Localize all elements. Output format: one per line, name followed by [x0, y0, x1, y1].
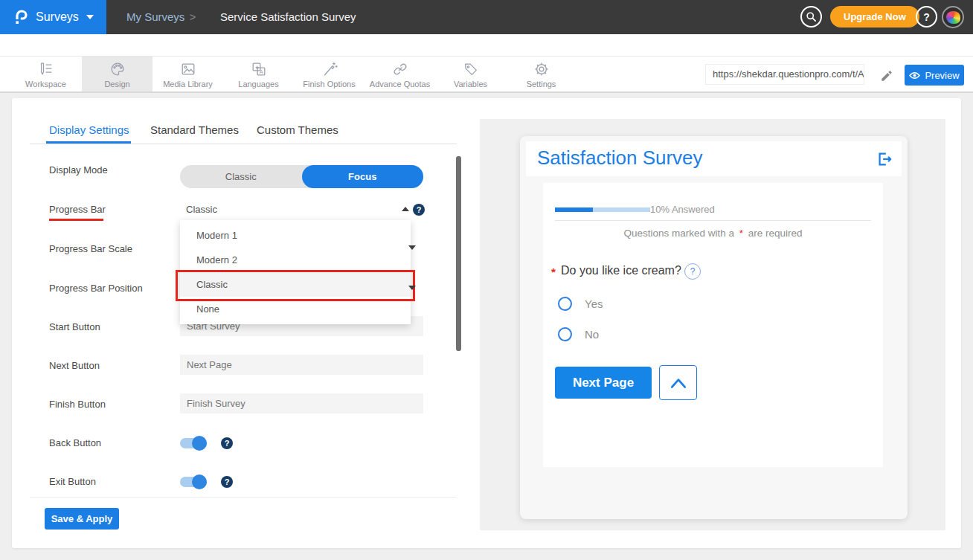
tab-display-settings[interactable]: Display Settings: [49, 123, 129, 136]
exit-button-toggle-knob[interactable]: [192, 474, 207, 489]
progress-bar-dropdown-menu: Modern 1 Modern 2 Classic None: [180, 220, 411, 324]
save-divider: [30, 497, 457, 498]
search-icon: [806, 11, 817, 22]
display-mode-toggle: Classic Focus: [180, 165, 423, 188]
question-card: [543, 183, 883, 467]
exit-button-help-icon[interactable]: ?: [221, 476, 233, 488]
edit-url-pencil-icon[interactable]: [880, 69, 893, 83]
gear-icon: [533, 61, 550, 77]
preview-next-page-button[interactable]: Next Page: [555, 367, 652, 399]
palette-icon: [109, 61, 126, 77]
question-required-star: *: [551, 265, 556, 278]
toolbar-label: Finish Options: [303, 80, 355, 88]
toolbar-label: Workspace: [25, 80, 66, 88]
survey-nav-tabs: Edit Distribute Analytics Integration Re…: [0, 34, 973, 57]
toolbar-item-media-library[interactable]: Media Library: [152, 57, 223, 91]
dropdown-option-modern-2[interactable]: Modern 2: [180, 248, 411, 272]
required-note-star: *: [739, 228, 743, 239]
avatar-logo-icon: [946, 11, 960, 24]
display-mode-classic[interactable]: Classic: [180, 165, 302, 188]
toolbar-label: Design: [104, 80, 129, 88]
questionpro-logo-icon: [12, 8, 30, 26]
preview-button[interactable]: Preview: [905, 65, 964, 86]
exit-survey-icon[interactable]: [876, 151, 893, 167]
toolbar-label: Advance Quotas: [370, 80, 430, 88]
top-bar: Surveys My Surveys > Service Satisfactio…: [0, 0, 973, 34]
toolbar-label: Languages: [238, 80, 278, 88]
toolbar-label: Settings: [527, 80, 556, 88]
finish-button-input[interactable]: Finish Survey: [180, 393, 423, 413]
help-button[interactable]: ?: [916, 6, 937, 28]
toolbar-item-finish-options[interactable]: Finish Options: [294, 57, 365, 91]
toolbar-item-workspace[interactable]: Workspace: [10, 57, 81, 91]
pencil-list-icon: [38, 61, 54, 77]
toolbar-item-advance-quotas[interactable]: Advance Quotas: [365, 57, 435, 91]
chevron-down-icon: [86, 15, 94, 19]
dropdown-option-modern-1[interactable]: Modern 1: [180, 223, 411, 248]
next-button-label: Next Button: [49, 360, 100, 371]
dropdown-option-classic[interactable]: Classic: [180, 272, 411, 297]
display-mode-label: Display Mode: [49, 164, 108, 176]
toolbar-label: Media Library: [163, 80, 213, 88]
svg-text:★: ★: [254, 65, 259, 70]
progress-bar-label: Progress Bar: [49, 204, 106, 215]
required-note-prefix: Questions marked with a: [623, 228, 734, 239]
finish-button-label: Finish Button: [49, 399, 106, 410]
save-apply-button[interactable]: Save & Apply: [45, 508, 119, 530]
radio-no-label[interactable]: No: [585, 328, 599, 341]
display-mode-focus[interactable]: Focus: [302, 165, 424, 188]
tab-custom-themes[interactable]: Custom Themes: [257, 123, 338, 136]
upgrade-now-button[interactable]: Upgrade Now: [830, 6, 919, 28]
search-button[interactable]: [800, 6, 822, 28]
toolbar-divider: [0, 91, 973, 93]
brand-label: Surveys: [36, 10, 79, 24]
image-icon: [180, 61, 196, 77]
translate-icon: ★A: [251, 61, 267, 77]
exit-button-label: Exit Button: [49, 476, 96, 487]
preview-label: Preview: [925, 70, 959, 81]
back-button-toggle-knob[interactable]: [192, 436, 207, 451]
scroll-up-button[interactable]: [659, 365, 697, 400]
upgrade-now-label: Upgrade Now: [844, 11, 906, 22]
next-button-input[interactable]: Next Page: [180, 355, 423, 375]
survey-progress-fill: [555, 207, 593, 212]
tab-standard-themes[interactable]: Standard Themes: [150, 123, 239, 136]
settings-scrollbar[interactable]: [456, 156, 461, 351]
radio-yes-label[interactable]: Yes: [585, 297, 603, 310]
toolbar-item-languages[interactable]: ★A Languages: [223, 57, 294, 91]
chevron-up-icon: [669, 376, 688, 390]
tabs-divider: [30, 144, 457, 144]
chevron-up-icon[interactable]: [402, 207, 409, 211]
toolbar-label: Variables: [454, 80, 487, 88]
brand-menu[interactable]: Surveys: [0, 0, 106, 34]
toolbar-item-settings[interactable]: Settings: [506, 57, 577, 91]
magic-wand-icon: [321, 61, 338, 77]
progress-bar-position-caret-icon[interactable]: [408, 286, 416, 290]
account-avatar[interactable]: [942, 6, 964, 28]
tag-icon: [463, 61, 479, 77]
breadcrumb-parent[interactable]: My Surveys: [126, 10, 184, 23]
dropdown-option-none[interactable]: None: [180, 297, 411, 321]
progress-bar-scale-caret-icon[interactable]: [408, 245, 416, 250]
start-button-label: Start Button: [49, 321, 100, 332]
eye-icon: [909, 71, 920, 80]
question-text: Do you like ice cream?: [561, 264, 681, 277]
progress-bar-select-value[interactable]: Classic: [186, 204, 217, 215]
required-note-suffix: are required: [748, 228, 803, 239]
back-button-help-icon[interactable]: ?: [221, 437, 233, 449]
required-note: Questions marked with a * are required: [543, 228, 883, 239]
progress-bar-help-icon[interactable]: ?: [413, 204, 425, 216]
radio-no[interactable]: [558, 327, 572, 341]
progress-answered-text: 10% Answered: [650, 204, 715, 215]
breadcrumb-current: Service Satisfaction Survey: [220, 10, 356, 23]
progress-bar-label-annotation: [49, 219, 103, 221]
survey-url-input[interactable]: https://shekdar.questionpro.com/t/A: [705, 64, 864, 85]
chain-links-icon: [392, 61, 408, 77]
question-help-icon[interactable]: ?: [684, 263, 701, 280]
radio-yes[interactable]: [558, 297, 572, 311]
toolbar-item-design[interactable]: Design: [82, 57, 152, 91]
survey-title: Satisfaction Survey: [537, 147, 703, 170]
question-mark-icon: ?: [923, 11, 930, 23]
progress-bar-scale-label: Progress Bar Scale: [49, 243, 132, 254]
toolbar-item-variables[interactable]: Variables: [435, 57, 506, 91]
